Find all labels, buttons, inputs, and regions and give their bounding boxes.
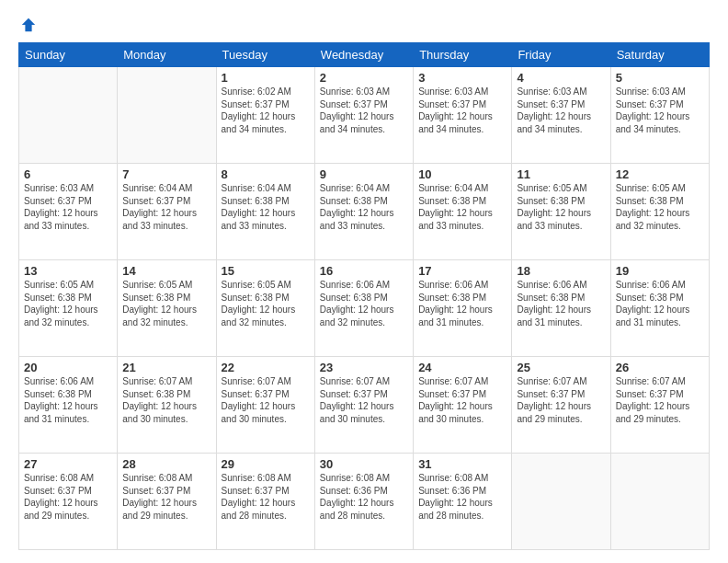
day-number: 23 <box>320 361 408 374</box>
day-number: 16 <box>320 264 408 278</box>
calendar-cell: 1Sunrise: 6:02 AMSunset: 6:37 PMDaylight… <box>216 67 314 164</box>
day-info: Sunrise: 6:08 AMSunset: 6:37 PMDaylight:… <box>122 472 210 522</box>
day-info: Sunrise: 6:06 AMSunset: 6:38 PMDaylight:… <box>320 279 408 328</box>
calendar-cell: 22Sunrise: 6:07 AMSunset: 6:37 PMDayligh… <box>216 357 314 454</box>
day-number: 11 <box>517 167 605 181</box>
calendar-cell: 20Sunrise: 6:06 AMSunset: 6:38 PMDayligh… <box>19 357 118 454</box>
day-info: Sunrise: 6:02 AMSunset: 6:37 PMDaylight:… <box>222 86 310 135</box>
header <box>18 17 710 33</box>
day-info: Sunrise: 6:07 AMSunset: 6:38 PMDaylight:… <box>122 375 210 425</box>
day-number: 31 <box>418 457 506 471</box>
day-number: 25 <box>517 361 605 374</box>
day-number: 12 <box>616 167 704 181</box>
calendar-cell: 7Sunrise: 6:04 AMSunset: 6:37 PMDaylight… <box>118 164 216 260</box>
calendar-week-row: 6Sunrise: 6:03 AMSunset: 6:37 PMDaylight… <box>19 164 710 260</box>
day-number: 18 <box>517 264 605 278</box>
calendar-cell: 14Sunrise: 6:05 AMSunset: 6:38 PMDayligh… <box>118 260 216 357</box>
calendar-cell: 26Sunrise: 6:07 AMSunset: 6:37 PMDayligh… <box>610 357 709 454</box>
calendar-week-row: 1Sunrise: 6:02 AMSunset: 6:37 PMDaylight… <box>19 67 710 164</box>
calendar-cell: 27Sunrise: 6:08 AMSunset: 6:37 PMDayligh… <box>19 454 118 550</box>
day-number: 5 <box>616 71 704 85</box>
day-number: 29 <box>222 457 310 471</box>
calendar-cell: 28Sunrise: 6:08 AMSunset: 6:37 PMDayligh… <box>118 454 216 550</box>
day-info: Sunrise: 6:05 AMSunset: 6:38 PMDaylight:… <box>122 279 210 328</box>
day-number: 2 <box>320 71 408 85</box>
calendar-cell: 19Sunrise: 6:06 AMSunset: 6:38 PMDayligh… <box>610 260 709 357</box>
calendar-cell: 12Sunrise: 6:05 AMSunset: 6:38 PMDayligh… <box>610 164 709 260</box>
calendar-cell: 10Sunrise: 6:04 AMSunset: 6:38 PMDayligh… <box>414 164 512 260</box>
calendar-cell: 4Sunrise: 6:03 AMSunset: 6:37 PMDaylight… <box>512 67 610 164</box>
calendar-cell: 30Sunrise: 6:08 AMSunset: 6:36 PMDayligh… <box>314 454 413 550</box>
calendar-cell: 16Sunrise: 6:06 AMSunset: 6:38 PMDayligh… <box>314 260 413 357</box>
calendar-cell: 25Sunrise: 6:07 AMSunset: 6:37 PMDayligh… <box>512 357 610 454</box>
day-number: 7 <box>122 167 210 181</box>
logo <box>18 17 39 33</box>
day-info: Sunrise: 6:03 AMSunset: 6:37 PMDaylight:… <box>418 86 506 135</box>
day-number: 13 <box>24 264 112 278</box>
day-info: Sunrise: 6:03 AMSunset: 6:37 PMDaylight:… <box>517 86 605 135</box>
calendar-cell: 21Sunrise: 6:07 AMSunset: 6:38 PMDayligh… <box>118 357 216 454</box>
day-number: 3 <box>418 71 506 85</box>
calendar-cell: 9Sunrise: 6:04 AMSunset: 6:38 PMDaylight… <box>314 164 413 260</box>
calendar-week-row: 20Sunrise: 6:06 AMSunset: 6:38 PMDayligh… <box>19 357 710 454</box>
day-info: Sunrise: 6:07 AMSunset: 6:37 PMDaylight:… <box>616 375 704 425</box>
day-number: 19 <box>616 264 704 278</box>
calendar-cell <box>610 454 709 550</box>
day-number: 27 <box>24 457 112 471</box>
day-number: 28 <box>122 457 210 471</box>
day-info: Sunrise: 6:04 AMSunset: 6:38 PMDaylight:… <box>320 182 408 232</box>
calendar-cell: 31Sunrise: 6:08 AMSunset: 6:36 PMDayligh… <box>414 454 512 550</box>
calendar-cell: 6Sunrise: 6:03 AMSunset: 6:37 PMDaylight… <box>19 164 118 260</box>
day-info: Sunrise: 6:04 AMSunset: 6:38 PMDaylight:… <box>418 182 506 232</box>
calendar-week-row: 27Sunrise: 6:08 AMSunset: 6:37 PMDayligh… <box>19 454 710 550</box>
weekday-header: Monday <box>118 43 216 67</box>
calendar-cell: 13Sunrise: 6:05 AMSunset: 6:38 PMDayligh… <box>19 260 118 357</box>
calendar-cell: 15Sunrise: 6:05 AMSunset: 6:38 PMDayligh… <box>216 260 314 357</box>
calendar-cell: 11Sunrise: 6:05 AMSunset: 6:38 PMDayligh… <box>512 164 610 260</box>
calendar-table: SundayMondayTuesdayWednesdayThursdayFrid… <box>18 42 710 550</box>
day-info: Sunrise: 6:07 AMSunset: 6:37 PMDaylight:… <box>222 375 310 425</box>
calendar-cell: 2Sunrise: 6:03 AMSunset: 6:37 PMDaylight… <box>314 67 413 164</box>
weekday-header: Friday <box>512 43 610 67</box>
day-number: 4 <box>517 71 605 85</box>
calendar-cell <box>512 454 610 550</box>
day-info: Sunrise: 6:03 AMSunset: 6:37 PMDaylight:… <box>616 86 704 135</box>
calendar-header-row: SundayMondayTuesdayWednesdayThursdayFrid… <box>19 43 710 67</box>
day-info: Sunrise: 6:03 AMSunset: 6:37 PMDaylight:… <box>320 86 408 135</box>
day-number: 9 <box>320 167 408 181</box>
weekday-header: Wednesday <box>314 43 413 67</box>
day-info: Sunrise: 6:05 AMSunset: 6:38 PMDaylight:… <box>616 182 704 232</box>
day-number: 26 <box>616 361 704 374</box>
calendar-cell: 5Sunrise: 6:03 AMSunset: 6:37 PMDaylight… <box>610 67 709 164</box>
day-number: 30 <box>320 457 408 471</box>
day-number: 17 <box>418 264 506 278</box>
day-number: 24 <box>418 361 506 374</box>
day-info: Sunrise: 6:07 AMSunset: 6:37 PMDaylight:… <box>320 375 408 425</box>
day-info: Sunrise: 6:04 AMSunset: 6:38 PMDaylight:… <box>222 182 310 232</box>
day-info: Sunrise: 6:07 AMSunset: 6:37 PMDaylight:… <box>418 375 506 425</box>
calendar-cell: 24Sunrise: 6:07 AMSunset: 6:37 PMDayligh… <box>414 357 512 454</box>
logo-icon <box>20 17 37 33</box>
day-info: Sunrise: 6:06 AMSunset: 6:38 PMDaylight:… <box>418 279 506 328</box>
calendar-week-row: 13Sunrise: 6:05 AMSunset: 6:38 PMDayligh… <box>19 260 710 357</box>
day-info: Sunrise: 6:08 AMSunset: 6:37 PMDaylight:… <box>222 472 310 522</box>
day-info: Sunrise: 6:07 AMSunset: 6:37 PMDaylight:… <box>517 375 605 425</box>
day-info: Sunrise: 6:08 AMSunset: 6:36 PMDaylight:… <box>320 472 408 522</box>
day-info: Sunrise: 6:05 AMSunset: 6:38 PMDaylight:… <box>24 279 112 328</box>
weekday-header: Tuesday <box>216 43 314 67</box>
calendar-cell: 18Sunrise: 6:06 AMSunset: 6:38 PMDayligh… <box>512 260 610 357</box>
weekday-header: Saturday <box>610 43 709 67</box>
calendar-cell: 3Sunrise: 6:03 AMSunset: 6:37 PMDaylight… <box>414 67 512 164</box>
day-info: Sunrise: 6:05 AMSunset: 6:38 PMDaylight:… <box>517 182 605 232</box>
day-number: 14 <box>122 264 210 278</box>
day-number: 6 <box>24 167 112 181</box>
day-info: Sunrise: 6:03 AMSunset: 6:37 PMDaylight:… <box>24 182 112 232</box>
calendar-cell: 17Sunrise: 6:06 AMSunset: 6:38 PMDayligh… <box>414 260 512 357</box>
day-info: Sunrise: 6:04 AMSunset: 6:37 PMDaylight:… <box>122 182 210 232</box>
weekday-header: Sunday <box>19 43 118 67</box>
day-number: 1 <box>222 71 310 85</box>
day-info: Sunrise: 6:08 AMSunset: 6:37 PMDaylight:… <box>24 472 112 522</box>
day-info: Sunrise: 6:08 AMSunset: 6:36 PMDaylight:… <box>418 472 506 522</box>
day-number: 20 <box>24 361 112 374</box>
weekday-header: Thursday <box>414 43 512 67</box>
